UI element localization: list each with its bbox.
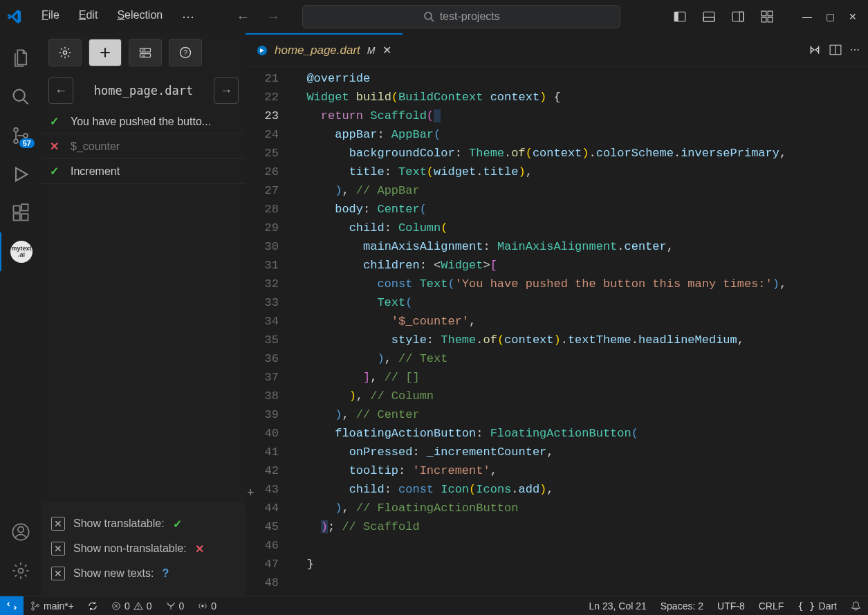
sidebar-title: home_page.dart xyxy=(80,84,207,98)
window-close[interactable]: ✕ xyxy=(849,11,857,22)
status-radio[interactable]: 0 xyxy=(191,600,223,612)
tool-settings[interactable] xyxy=(48,39,82,66)
activity-debug[interactable] xyxy=(0,155,41,194)
toggle-checkbox[interactable]: ✕ xyxy=(51,567,65,580)
cross-icon: ✕ xyxy=(50,140,62,153)
activity-settings[interactable] xyxy=(0,551,41,590)
status-problems[interactable]: 0 0 xyxy=(104,600,159,612)
tab-filename: home_page.dart xyxy=(275,44,360,57)
activity-explorer[interactable] xyxy=(0,39,41,77)
command-center[interactable]: test-projects xyxy=(302,5,620,28)
svg-rect-20 xyxy=(21,204,28,210)
nav-back-icon[interactable]: ← xyxy=(230,6,255,28)
customize-layout-icon[interactable] xyxy=(757,6,777,27)
layout-secondary-sidebar-icon[interactable] xyxy=(728,6,748,27)
svg-rect-7 xyxy=(739,12,744,21)
plus-icon xyxy=(98,46,112,59)
activity-extensions[interactable] xyxy=(0,194,41,232)
svg-rect-3 xyxy=(674,12,678,21)
radio-icon xyxy=(198,601,207,611)
status-language[interactable]: { }Dart xyxy=(791,600,844,612)
svg-rect-6 xyxy=(732,12,744,21)
sidebar-panel: abac ? ← home_page.dart → ✓ You have pus… xyxy=(41,33,246,596)
svg-rect-11 xyxy=(768,17,773,22)
toggle-checkbox[interactable]: ✕ xyxy=(51,542,65,556)
activity-bar: 57 mytext .ai xyxy=(0,33,41,596)
status-eol[interactable]: CRLF xyxy=(752,600,791,612)
status-branch[interactable]: main*+ xyxy=(24,600,81,612)
search-icon xyxy=(423,11,434,22)
sidebar-footer: ✕ Show translatable: ✓ ✕ Show non-transl… xyxy=(41,504,246,596)
status-position[interactable]: Ln 23, Col 21 xyxy=(582,600,653,612)
window-minimize[interactable]: — xyxy=(802,11,812,22)
add-line-icon[interactable]: + xyxy=(247,484,255,503)
vscode-logo-icon xyxy=(6,8,22,25)
layout-primary-sidebar-icon[interactable] xyxy=(670,6,690,27)
status-remote[interactable] xyxy=(0,596,24,616)
item-label: Increment xyxy=(71,165,120,178)
list-item[interactable]: ✓ Increment xyxy=(41,159,246,184)
toggle-checkbox[interactable]: ✕ xyxy=(51,517,65,531)
activity-source-control[interactable]: 57 xyxy=(0,116,41,155)
svg-text:ab: ab xyxy=(142,48,146,52)
antenna-icon xyxy=(166,601,176,611)
more-actions-icon[interactable]: ⋯ xyxy=(850,44,860,55)
footer-label: Show translatable: xyxy=(73,517,165,530)
activity-accounts[interactable] xyxy=(0,513,41,551)
editor[interactable]: 2122232425262728293031323334353637383940… xyxy=(246,66,868,596)
debug-icon xyxy=(11,165,30,184)
warning-icon xyxy=(133,601,143,611)
tool-help[interactable]: ? xyxy=(169,39,202,66)
menu-file[interactable]: File xyxy=(33,5,68,28)
sidebar-prev[interactable]: ← xyxy=(48,77,73,104)
tab-bar: home_page.dart M ✕ ⋯ xyxy=(246,33,868,66)
compare-changes-icon[interactable] xyxy=(809,44,821,56)
svg-text:?: ? xyxy=(183,48,187,57)
svg-point-23 xyxy=(19,569,24,573)
status-sync[interactable] xyxy=(81,601,104,611)
gear-icon xyxy=(58,46,72,59)
mytext-logo-icon: mytext .ai xyxy=(10,241,33,263)
item-label: $_counter xyxy=(71,140,120,153)
activity-mytext[interactable]: mytext .ai xyxy=(0,232,41,271)
tool-replace[interactable]: abac xyxy=(129,39,162,66)
svg-point-14 xyxy=(14,128,18,132)
svg-line-1 xyxy=(431,19,434,21)
list-item[interactable]: ✕ $_counter xyxy=(41,134,246,159)
window-maximize[interactable]: ▢ xyxy=(826,11,835,22)
svg-rect-17 xyxy=(14,206,20,212)
line-gutter: 2122232425262728293031323334353637383940… xyxy=(246,66,293,592)
extensions-icon xyxy=(11,203,30,223)
svg-point-34 xyxy=(32,601,35,604)
tab-home-page[interactable]: home_page.dart M ✕ xyxy=(246,33,403,66)
svg-point-22 xyxy=(18,526,24,532)
status-indent[interactable]: Spaces: 2 xyxy=(654,600,710,612)
footer-label: Show new texts: xyxy=(73,567,154,580)
nav-forward-icon[interactable]: → xyxy=(261,6,286,28)
sidebar-next[interactable]: → xyxy=(214,77,239,104)
tab-close-icon[interactable]: ✕ xyxy=(382,44,391,57)
menu-selection[interactable]: Selection xyxy=(109,5,171,28)
svg-rect-10 xyxy=(761,17,766,22)
status-ports[interactable]: 0 xyxy=(159,600,192,612)
svg-rect-18 xyxy=(14,214,20,220)
menu-overflow[interactable]: ⋯ xyxy=(174,5,203,28)
svg-point-12 xyxy=(14,90,25,101)
sync-icon xyxy=(88,601,98,611)
tool-add[interactable] xyxy=(89,39,122,66)
layout-panel-icon[interactable] xyxy=(699,6,719,27)
menu-edit[interactable]: Edit xyxy=(71,5,107,28)
item-label: You have pushed the butto... xyxy=(71,116,211,128)
question-icon: ? xyxy=(163,567,169,580)
branch-icon xyxy=(30,601,40,611)
status-notifications[interactable] xyxy=(844,600,868,611)
check-icon: ✓ xyxy=(50,165,62,178)
list-item[interactable]: ✓ You have pushed the butto... xyxy=(41,109,246,134)
activity-search[interactable] xyxy=(0,77,41,116)
status-encoding[interactable]: UTF-8 xyxy=(710,600,752,612)
code-content[interactable]: @override Widget build(BuildContext cont… xyxy=(293,66,868,596)
account-icon xyxy=(11,522,30,542)
svg-point-35 xyxy=(32,607,35,610)
check-icon: ✓ xyxy=(173,517,182,531)
split-editor-icon[interactable] xyxy=(829,44,842,56)
